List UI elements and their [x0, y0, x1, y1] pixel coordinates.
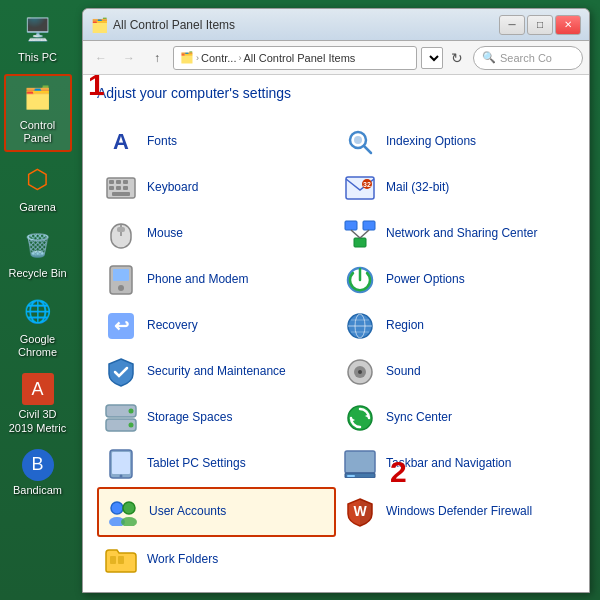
svg-rect-8 [116, 186, 121, 190]
cp-item-storage[interactable]: Storage Spaces [97, 395, 336, 441]
network-icon [344, 218, 376, 250]
page-heading: Adjust your computer's settings [97, 85, 575, 107]
control-panel-label: Control Panel [10, 119, 66, 145]
cp-item-security[interactable]: Security and Maintenance [97, 349, 336, 395]
indexing-icon [344, 126, 376, 158]
cp-item-keyboard[interactable]: Keyboard [97, 165, 336, 211]
main-content: Adjust your computer's settings A Fonts [83, 75, 589, 592]
fonts-icon: A [105, 126, 137, 158]
chrome-label: Google Chrome [8, 333, 68, 359]
this-pc-label: This PC [18, 51, 57, 64]
control-panel-icon: 🗂️ [20, 80, 56, 116]
garena-icon: ⬡ [20, 162, 56, 198]
mail-icon: 32 [344, 172, 376, 204]
power-icon [344, 264, 376, 296]
civil3d-label: Civil 3D 2019 Metric [8, 408, 68, 434]
close-button[interactable]: ✕ [555, 15, 581, 35]
search-placeholder: Search Co [500, 52, 552, 64]
forward-button[interactable]: → [117, 47, 141, 69]
svg-rect-7 [109, 186, 114, 190]
svg-rect-10 [112, 192, 130, 196]
search-box[interactable]: 🔍 Search Co [473, 46, 583, 70]
cp-item-phone[interactable]: Phone and Modem [97, 257, 336, 303]
mouse-icon [105, 218, 137, 250]
desktop-icon-civil3d[interactable]: A Civil 3D 2019 Metric [4, 369, 72, 438]
maximize-button[interactable]: □ [527, 15, 553, 35]
desktop-icon-bandicam[interactable]: B Bandicam [4, 445, 72, 501]
window-icon: 🗂️ [91, 17, 107, 33]
phone-label: Phone and Modem [147, 272, 248, 288]
defender-icon: W [344, 496, 376, 528]
desktop-icon-control-panel[interactable]: 🗂️ Control Panel [4, 74, 72, 151]
svg-point-46 [120, 475, 123, 478]
svg-rect-18 [363, 221, 375, 230]
bandicam-label: Bandicam [13, 484, 62, 497]
svg-text:W: W [353, 503, 367, 519]
svg-point-24 [118, 285, 124, 291]
taskbar-icon [344, 448, 376, 480]
svg-line-1 [364, 146, 371, 153]
content-area: Adjust your computer's settings A Fonts [83, 75, 589, 592]
cp-item-taskbar[interactable]: Taskbar and Navigation [336, 441, 575, 487]
svg-text:↩: ↩ [114, 316, 129, 336]
cp-item-mail[interactable]: 32 Mail (32-bit) [336, 165, 575, 211]
region-label: Region [386, 318, 424, 334]
minimize-button[interactable]: ─ [499, 15, 525, 35]
refresh-button[interactable]: ↻ [445, 47, 469, 69]
address-dropdown[interactable] [421, 47, 443, 69]
svg-point-39 [129, 409, 134, 414]
address-segment-icon: 🗂️ [180, 51, 194, 64]
cp-item-power[interactable]: Power Options [336, 257, 575, 303]
sound-icon [344, 356, 376, 388]
svg-point-51 [123, 502, 135, 514]
desktop: 🖥️ This PC 🗂️ Control Panel ⬡ Garena 🗑️ … [0, 0, 600, 600]
work-folders-icon [105, 544, 137, 576]
svg-rect-47 [345, 451, 375, 473]
desktop-icons: 🖥️ This PC 🗂️ Control Panel ⬡ Garena 🗑️ … [0, 0, 75, 600]
desktop-icon-chrome[interactable]: 🌐 Google Chrome [4, 290, 72, 363]
cp-item-region[interactable]: Region [336, 303, 575, 349]
tablet-label: Tablet PC Settings [147, 456, 246, 472]
address-field[interactable]: 🗂️ › Contr... › All Control Panel Items [173, 46, 417, 70]
tablet-icon [105, 448, 137, 480]
mouse-label: Mouse [147, 226, 183, 242]
storage-label: Storage Spaces [147, 410, 232, 426]
bandicam-icon: B [22, 449, 54, 481]
cp-item-sync[interactable]: Sync Center [336, 395, 575, 441]
svg-text:32: 32 [363, 181, 371, 188]
cp-item-recovery[interactable]: ↩ Recovery [97, 303, 336, 349]
garena-label: Garena [19, 201, 56, 214]
defender-label: Windows Defender Firewall [386, 504, 532, 520]
cp-item-network[interactable]: Network and Sharing Center [336, 211, 575, 257]
region-icon [344, 310, 376, 342]
svg-rect-9 [123, 186, 128, 190]
up-button[interactable]: ↑ [145, 47, 169, 69]
cp-item-tablet[interactable]: Tablet PC Settings [97, 441, 336, 487]
user-accounts-label: User Accounts [149, 504, 226, 520]
desktop-icon-recycle-bin[interactable]: 🗑️ Recycle Bin [4, 224, 72, 284]
user-accounts-icon [107, 496, 139, 528]
svg-rect-55 [110, 556, 116, 564]
cp-item-fonts[interactable]: A Fonts [97, 119, 336, 165]
desktop-icon-this-pc[interactable]: 🖥️ This PC [4, 8, 72, 68]
cp-item-defender[interactable]: W Windows Defender Firewall [336, 487, 575, 537]
recovery-icon: ↩ [105, 310, 137, 342]
chrome-icon: 🌐 [20, 294, 56, 330]
svg-rect-45 [112, 452, 130, 474]
keyboard-label: Keyboard [147, 180, 198, 196]
cp-item-sound[interactable]: Sound [336, 349, 575, 395]
storage-icon [105, 402, 137, 434]
desktop-icon-garena[interactable]: ⬡ Garena [4, 158, 72, 218]
cp-item-indexing[interactable]: Indexing Options [336, 119, 575, 165]
svg-rect-6 [123, 180, 128, 184]
cp-item-work-folders[interactable]: Work Folders [97, 537, 336, 583]
recycle-bin-icon: 🗑️ [20, 228, 56, 264]
power-label: Power Options [386, 272, 465, 288]
cp-item-mouse[interactable]: Mouse [97, 211, 336, 257]
cp-item-user-accounts[interactable]: User Accounts [97, 487, 336, 537]
control-panel-window: 🗂️ All Control Panel Items ─ □ ✕ ← → ↑ 🗂… [82, 8, 590, 593]
civil3d-icon: A [22, 373, 54, 405]
back-button[interactable]: ← [89, 47, 113, 69]
fonts-label: Fonts [147, 134, 177, 150]
svg-line-20 [351, 230, 360, 238]
